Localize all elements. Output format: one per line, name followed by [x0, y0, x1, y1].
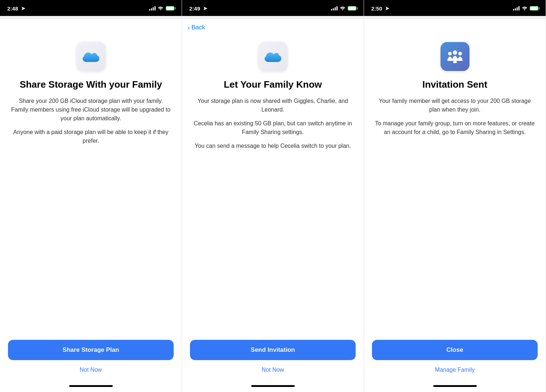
bottom-area-3: Close Manage Family [364, 340, 546, 382]
svg-point-2 [458, 52, 462, 55]
home-bar-1 [69, 385, 113, 387]
wifi-icon-1 [158, 5, 164, 11]
location-icon-2: ➤ [203, 5, 207, 11]
status-time-1: 2:48 ➤ [7, 5, 25, 12]
screen-body-2-0: Your storage plan is now shared with Gig… [192, 97, 353, 114]
screen-body-3-0: Your family member will get access to yo… [374, 97, 535, 114]
location-icon-3: ➤ [385, 5, 389, 11]
icloud-icon-wrapper-2 [258, 42, 288, 71]
status-icons-2 [331, 5, 356, 11]
icloud-icon-wrapper-1 [76, 42, 106, 71]
back-nav-2: ‹ Back [182, 19, 364, 35]
close-button[interactable]: Close [372, 340, 538, 360]
screen-body-3-1: To manage your family group, turn on mor… [374, 119, 535, 137]
phone-screen-3: 2:50 ➤ ‹ Back [364, 0, 546, 392]
home-indicator-3 [364, 382, 546, 392]
family-icon-wrapper-3 [440, 42, 470, 71]
location-icon-1: ➤ [21, 5, 25, 11]
screen-body-1-0: Share your 200 GB iCloud storage plan wi… [10, 97, 171, 123]
wifi-icon-2 [340, 5, 346, 11]
status-bar-2: 2:49 ➤ [182, 0, 364, 16]
screen-title-3: Invitation Sent [422, 79, 487, 90]
send-invitation-button[interactable]: Send Invitation [190, 340, 356, 360]
screen-body-2-1: Cecelia has an existing 50 GB plan, but … [192, 119, 353, 137]
family-sharing-icon-3 [446, 49, 464, 64]
battery-icon-1 [166, 6, 174, 11]
bottom-area-2: Send Invitation Not Now [182, 340, 364, 382]
time-3: 2:50 [371, 5, 382, 12]
home-bar-2 [251, 385, 295, 387]
svg-point-1 [453, 50, 457, 55]
home-indicator-1 [0, 382, 182, 392]
wifi-icon-3 [522, 5, 528, 11]
status-time-2: 2:49 ➤ [189, 5, 207, 12]
top-separator-2 [182, 16, 364, 19]
svg-point-3 [454, 57, 456, 60]
back-button-2[interactable]: ‹ Back [188, 24, 205, 32]
status-time-3: 2:50 ➤ [371, 5, 389, 12]
signal-icon-1 [149, 6, 156, 11]
home-indicator-2 [182, 382, 364, 392]
share-storage-plan-button[interactable]: Share Storage Plan [8, 340, 174, 360]
manage-family-button[interactable]: Manage Family [434, 365, 476, 375]
top-separator-1 [0, 16, 182, 19]
screen-body-2-2: You can send a message to help Cecelia s… [195, 142, 351, 150]
signal-icon-3 [513, 6, 520, 11]
svg-point-0 [448, 52, 452, 55]
battery-icon-3 [530, 6, 538, 11]
home-bar-3 [433, 385, 477, 387]
status-bar-1: 2:48 ➤ [0, 0, 182, 16]
phone-screen-1: 2:48 ➤ ‹ Back [0, 0, 182, 392]
phone-screen-2: 2:49 ➤ ‹ Back [182, 0, 364, 392]
not-now-button-1[interactable]: Not Now [78, 365, 103, 375]
time-2: 2:49 [189, 5, 200, 12]
content-2: Let Your Family Know Your storage plan i… [182, 35, 364, 191]
back-label-2: Back [191, 24, 205, 31]
signal-icon-2 [331, 6, 338, 11]
back-chevron-icon-2: ‹ [188, 24, 190, 32]
icloud-icon-1 [81, 50, 101, 63]
content-3: Invitation Sent Your family member will … [364, 35, 546, 191]
time-1: 2:48 [7, 5, 18, 12]
bottom-area-1: Share Storage Plan Not Now [0, 340, 182, 382]
top-separator-3 [364, 16, 546, 19]
status-icons-1 [149, 5, 174, 11]
screen-body-1-1: Anyone with a paid storage plan will be … [10, 128, 171, 145]
content-1: Share Storage With your Family Share you… [0, 35, 182, 191]
not-now-button-2[interactable]: Not Now [260, 365, 285, 375]
battery-icon-2 [348, 6, 356, 11]
screen-title-2: Let Your Family Know [224, 79, 322, 90]
status-icons-3 [513, 5, 538, 11]
screen-title-1: Share Storage With your Family [20, 79, 162, 90]
status-bar-3: 2:50 ➤ [364, 0, 546, 16]
icloud-icon-2 [263, 50, 283, 63]
